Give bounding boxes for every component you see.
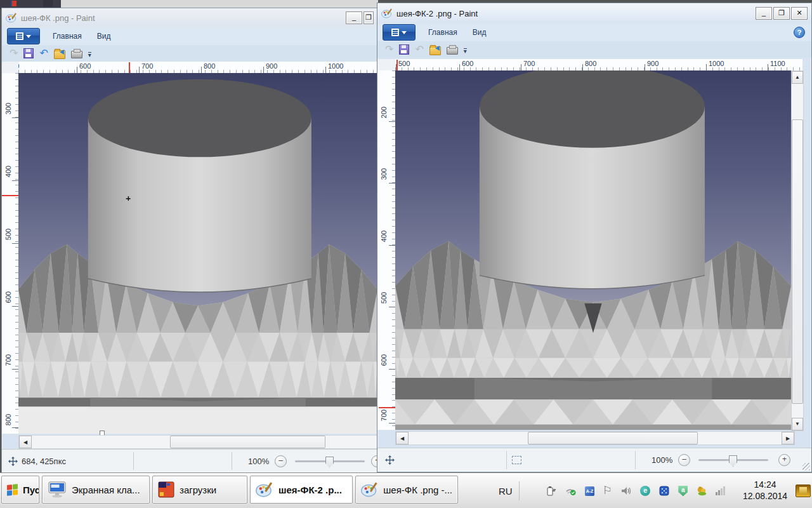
print-icon[interactable] [447, 47, 458, 55]
canvas-image-3d-render [18, 73, 377, 434]
tab-view[interactable]: Вид [89, 29, 119, 43]
scroll-thumb[interactable] [792, 119, 803, 404]
horizontal-scrollbar[interactable]: ◀ ▶ [395, 431, 795, 445]
scroll-up-arrow[interactable]: ▲ [792, 71, 803, 84]
taskbar-item-paint-1[interactable]: шея-ФК .png -... [355, 476, 458, 504]
paint-window-left: шея-ФК .png - Paint _ ❐ Главная Вид ↷ ↶ … [1, 8, 378, 473]
scroll-left-arrow[interactable]: ◀ [19, 436, 32, 448]
dictionary-az-icon[interactable]: A-Z [585, 486, 594, 496]
flag-icon[interactable]: ⚐ [603, 486, 612, 496]
gold-animal-icon[interactable] [696, 485, 707, 497]
ruler-label: 400 [4, 163, 12, 180]
zoom-slider[interactable] [698, 459, 768, 461]
signal-bars-icon[interactable] [716, 486, 725, 495]
ruler-label: 600 [462, 60, 473, 67]
vertical-ruler: 300 400 500 600 700 800 [2, 73, 19, 434]
toolbar-more-icon[interactable]: ▾ [464, 48, 467, 53]
paint-menu-button[interactable] [383, 24, 416, 41]
maximize-button[interactable]: ❐ [773, 7, 790, 20]
maximize-button[interactable]: ❐ [363, 11, 374, 24]
cursor-y-marker [379, 407, 395, 408]
ruler-label: 1000 [709, 60, 724, 67]
zoom-slider[interactable] [295, 460, 365, 462]
close-button[interactable]: ✕ [791, 7, 808, 20]
minimize-button[interactable]: _ [346, 11, 362, 24]
tray-icons: A-Z ⚐ e a [546, 473, 725, 508]
help-icon[interactable]: ? [794, 27, 805, 38]
horizontal-scrollbar[interactable]: ◀ [18, 435, 377, 449]
quick-access-toolbar: ↷ ↶ ▾ [377, 41, 811, 58]
window-title: шея-ФК-2 .png - Paint [396, 9, 478, 18]
horizontal-ruler: 500 600 700 800 900 1000 [18, 62, 377, 74]
cursor-position-icon [8, 457, 18, 466]
taskbar-item-label: Экранная кла... [72, 485, 140, 495]
paint-canvas[interactable] [395, 70, 791, 430]
tab-view[interactable]: Вид [465, 25, 494, 39]
zoom-out-button[interactable]: – [678, 454, 690, 466]
paint-menu-button[interactable] [7, 28, 40, 44]
taskbar-item-downloads[interactable]: загрузки [152, 476, 247, 504]
eset-icon[interactable]: e [640, 486, 650, 496]
print-icon[interactable] [71, 51, 82, 58]
save-icon[interactable] [399, 44, 409, 55]
taskbar-item-label: загрузки [180, 485, 216, 495]
save-icon[interactable] [23, 48, 34, 58]
taskbar-item-paint-2[interactable]: шея-ФК-2 .p... [250, 476, 353, 504]
zoom-in-button[interactable]: + [778, 454, 790, 466]
folder-open-icon[interactable] [429, 46, 441, 55]
menu-page-icon [391, 29, 399, 36]
ruler-label: 500 [398, 60, 410, 67]
volume-icon[interactable] [620, 485, 632, 497]
titlebar[interactable]: шея-ФК-2 .png - Paint _ ❐ ✕ [377, 3, 811, 24]
windows-logo-icon [7, 484, 18, 496]
tab-home[interactable]: Главная [45, 29, 89, 43]
undo-icon[interactable]: ↶ [415, 44, 423, 55]
punto-switcher-icon[interactable] [658, 485, 670, 497]
tab-home[interactable]: Главная [421, 25, 465, 39]
zoom-out-button[interactable]: – [275, 455, 287, 467]
paint-app-icon [6, 12, 17, 23]
adguard-shield-icon[interactable]: a [678, 486, 688, 497]
scroll-down-arrow[interactable]: ▼ [792, 418, 803, 431]
language-indicator[interactable]: RU [499, 486, 513, 497]
redo-icon[interactable]: ↷ [10, 48, 18, 58]
titlebar[interactable]: шея-ФК .png - Paint _ ❐ [2, 8, 377, 28]
scroll-thumb[interactable] [528, 432, 698, 444]
background-app-mini-icon [11, 1, 16, 6]
toolbar-more-icon[interactable]: ▾ [88, 52, 91, 57]
power-plug-icon[interactable] [546, 485, 557, 497]
ruler-label: 1100 [770, 60, 785, 67]
zoom-level: 100% [652, 455, 672, 465]
redo-icon[interactable]: ↷ [385, 44, 393, 55]
cursor-x-marker [129, 62, 130, 73]
ruler-label: 700 [380, 407, 388, 424]
background-window-square [43, 0, 53, 7]
ruler-label: 600 [4, 289, 12, 305]
start-button[interactable]: Пуск [1, 476, 39, 504]
paint-palette-icon [256, 481, 273, 498]
taskbar-item-label: шея-ФК-2 .p... [278, 485, 342, 495]
cursor-x-marker [396, 60, 398, 70]
scroll-thumb[interactable] [170, 436, 325, 448]
gold-app-icon[interactable] [796, 485, 811, 497]
ruler-label: 800 [204, 62, 215, 70]
folder-open-icon[interactable] [54, 50, 65, 59]
vertical-scrollbar[interactable]: ▲ ▼ [791, 70, 804, 431]
cursor-coordinates: 684, 425пкс [22, 457, 66, 466]
taskbar-item-label: шея-ФК .png -... [383, 485, 452, 495]
chevron-down-icon [26, 35, 31, 38]
ruler-corner [2, 62, 19, 74]
minimize-button[interactable]: _ [756, 7, 772, 20]
window-resize-grip[interactable] [802, 463, 810, 471]
undo-icon[interactable]: ↶ [39, 48, 48, 58]
ruler-label: 500 [4, 226, 12, 243]
zoom-slider-thumb[interactable] [325, 457, 334, 468]
paint-canvas[interactable] [18, 73, 377, 434]
scroll-left-arrow[interactable]: ◀ [396, 432, 409, 444]
ruler-label: 900 [266, 62, 277, 70]
zoom-slider-thumb[interactable] [729, 455, 737, 467]
scroll-right-arrow[interactable]: ▶ [782, 432, 794, 444]
network-ok-icon[interactable] [565, 485, 577, 497]
taskbar-item-onscreen-keyboard[interactable]: Экранная кла... [42, 476, 150, 504]
tray-clock[interactable]: 14:24 12.08.2014 [737, 479, 793, 502]
